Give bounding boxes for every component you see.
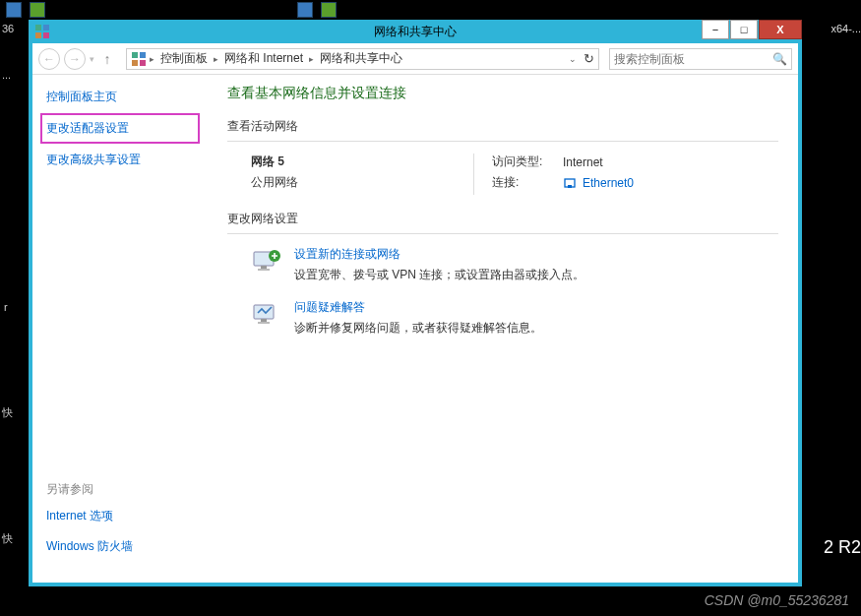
desktop-edge-text: ... bbox=[2, 69, 11, 81]
svg-rect-2 bbox=[35, 32, 41, 38]
taskbar-icon[interactable] bbox=[6, 2, 22, 18]
taskbar bbox=[0, 0, 861, 20]
svg-rect-0 bbox=[35, 25, 41, 31]
setup-connection-desc: 设置宽带、拨号或 VPN 连接；或设置路由器或接入点。 bbox=[294, 268, 584, 281]
refresh-button[interactable]: ↻ bbox=[584, 51, 594, 66]
troubleshoot-desc: 诊断并修复网络问题，或者获得疑难解答信息。 bbox=[294, 321, 542, 335]
troubleshoot-icon bbox=[251, 299, 282, 331]
sidebar-firewall-link[interactable]: Windows 防火墙 bbox=[46, 538, 194, 555]
troubleshoot-item: 问题疑难解答 诊断并修复网络问题，或者获得疑难解答信息。 bbox=[227, 299, 778, 337]
setup-connection-item: 设置新的连接或网络 设置宽带、拨号或 VPN 连接；或设置路由器或接入点。 bbox=[227, 246, 778, 283]
close-button[interactable]: X bbox=[759, 20, 802, 39]
connection-label: 连接: bbox=[492, 174, 563, 191]
titlebar[interactable]: 网络和共享中心 − □ X bbox=[29, 20, 802, 43]
svg-rect-12 bbox=[258, 269, 270, 271]
taskbar-icon[interactable] bbox=[30, 2, 45, 18]
svg-rect-7 bbox=[140, 60, 146, 66]
access-type-value: Internet bbox=[563, 155, 603, 169]
minimize-button[interactable]: − bbox=[702, 20, 729, 39]
network-name: 网络 5 bbox=[251, 154, 473, 170]
change-settings-heading: 更改网络设置 bbox=[227, 211, 778, 234]
desktop-edge-text: 快 bbox=[2, 531, 13, 546]
active-network-row: 网络 5 公用网络 访问类型: Internet 连接: Ethernet0 bbox=[227, 154, 778, 195]
control-panel-icon bbox=[131, 51, 147, 67]
svg-rect-3 bbox=[43, 32, 49, 38]
see-also-heading: 另请参阅 bbox=[46, 481, 194, 498]
back-button[interactable]: ← bbox=[38, 48, 60, 70]
svg-rect-11 bbox=[261, 266, 267, 269]
window-controls: − □ X bbox=[701, 20, 802, 39]
sidebar-advanced-link[interactable]: 更改高级共享设置 bbox=[46, 152, 194, 168]
breadcrumb-separator: ▸ bbox=[214, 54, 218, 64]
taskbar-icon[interactable] bbox=[297, 2, 313, 18]
search-input[interactable] bbox=[614, 52, 772, 66]
desktop-edge-text: 快 bbox=[2, 405, 13, 420]
breadcrumb-separator: ▸ bbox=[150, 54, 154, 64]
window-icon bbox=[34, 24, 50, 39]
forward-button[interactable]: → bbox=[64, 48, 86, 70]
breadcrumb-separator: ▸ bbox=[309, 54, 314, 64]
sidebar-adapter-link[interactable]: 更改适配器设置 bbox=[46, 119, 194, 138]
sidebar-internet-options-link[interactable]: Internet 选项 bbox=[46, 508, 194, 524]
setup-connection-link[interactable]: 设置新的连接或网络 bbox=[294, 246, 584, 263]
desktop-label: 36 bbox=[2, 23, 14, 34]
svg-rect-4 bbox=[132, 52, 138, 58]
address-dropdown[interactable]: ⌄ bbox=[569, 54, 577, 64]
breadcrumb-item[interactable]: 网络和 Internet bbox=[221, 50, 306, 67]
svg-rect-1 bbox=[43, 25, 49, 31]
sidebar-home-link[interactable]: 控制面板主页 bbox=[46, 89, 194, 105]
content-area: 控制面板主页 更改适配器设置 更改高级共享设置 另请参阅 Internet 选项… bbox=[32, 75, 798, 583]
taskbar-icon[interactable] bbox=[321, 2, 337, 18]
svg-rect-16 bbox=[258, 322, 270, 324]
ethernet-icon bbox=[563, 176, 577, 190]
setup-connection-icon bbox=[251, 246, 282, 277]
up-button[interactable]: ↑ bbox=[98, 51, 116, 67]
connection-link[interactable]: Ethernet0 bbox=[583, 176, 634, 190]
sidebar: 控制面板主页 更改适配器设置 更改高级共享设置 另请参阅 Internet 选项… bbox=[32, 75, 208, 583]
network-sharing-center-window: 网络和共享中心 − □ X ← → ▾ ↑ ▸ 控制面板 ▸ 网络和 Inter… bbox=[29, 20, 802, 586]
watermark: CSDN @m0_55236281 bbox=[705, 592, 849, 608]
breadcrumb-item[interactable]: 控制面板 bbox=[157, 50, 211, 67]
svg-rect-5 bbox=[140, 52, 146, 58]
breadcrumb-item[interactable]: 网络和共享中心 bbox=[317, 50, 405, 67]
address-bar[interactable]: ▸ 控制面板 ▸ 网络和 Internet ▸ 网络和共享中心 ⌄ ↻ bbox=[126, 48, 599, 70]
troubleshoot-link[interactable]: 问题疑难解答 bbox=[294, 299, 542, 316]
svg-rect-6 bbox=[132, 60, 138, 66]
navigation-bar: ← → ▾ ↑ ▸ 控制面板 ▸ 网络和 Internet ▸ 网络和共享中心 … bbox=[32, 43, 798, 75]
page-heading: 查看基本网络信息并设置连接 bbox=[227, 85, 778, 102]
desktop-label: x64-... bbox=[830, 23, 861, 34]
access-type-label: 访问类型: bbox=[492, 154, 563, 170]
desktop-edge-text: r bbox=[4, 301, 8, 313]
search-box[interactable]: 🔍 bbox=[609, 48, 792, 70]
svg-rect-15 bbox=[261, 319, 267, 322]
window-title: 网络和共享中心 bbox=[374, 24, 457, 40]
desktop-label: 2 R2 bbox=[824, 537, 861, 558]
maximize-button[interactable]: □ bbox=[730, 20, 758, 39]
history-dropdown[interactable]: ▾ bbox=[90, 54, 94, 64]
active-networks-heading: 查看活动网络 bbox=[227, 118, 778, 142]
search-icon[interactable]: 🔍 bbox=[772, 52, 787, 66]
main-panel: 查看基本网络信息并设置连接 查看活动网络 网络 5 公用网络 访问类型: Int… bbox=[208, 75, 798, 583]
network-type: 公用网络 bbox=[251, 174, 473, 191]
svg-rect-9 bbox=[568, 185, 572, 188]
